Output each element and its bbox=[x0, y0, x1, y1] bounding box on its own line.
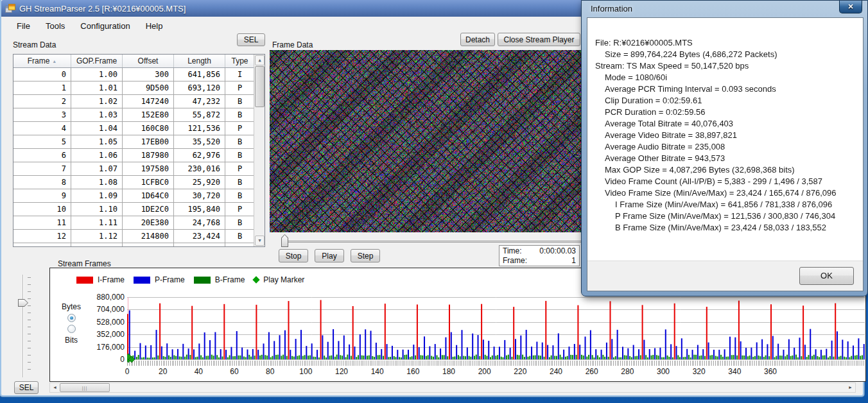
seek-slider-thumb[interactable] bbox=[281, 234, 288, 247]
stream-data-label: Stream Data bbox=[13, 40, 56, 49]
zoom-slider-tick bbox=[28, 327, 31, 327]
cell-length: 62,976 bbox=[174, 149, 225, 162]
cell-type: B bbox=[225, 149, 255, 162]
stop-button[interactable]: Stop bbox=[279, 249, 308, 262]
cell-gopframe: 1.09 bbox=[71, 189, 123, 202]
menu-item-configuration[interactable]: Configuration bbox=[74, 19, 136, 33]
cell-type: I bbox=[225, 68, 255, 81]
table-row[interactable]: 91.091D64C030,720B bbox=[13, 189, 265, 203]
step-button[interactable]: Step bbox=[351, 249, 380, 262]
play-button[interactable]: Play bbox=[315, 249, 344, 262]
cell-type: B bbox=[225, 176, 255, 189]
cell-offset: 1CFBC0 bbox=[123, 176, 174, 189]
frame-value: 1 bbox=[571, 256, 576, 266]
y-tick-label: 176,000 bbox=[77, 343, 125, 352]
time-frame-panel: Time: 0:00:00.03 Frame: 1 bbox=[499, 245, 580, 266]
table-row[interactable]: 51.0517EB0035,520B bbox=[13, 135, 265, 149]
cell-offset: 214800 bbox=[123, 230, 174, 243]
cell-offset: 147240 bbox=[123, 95, 174, 108]
column-header-length[interactable]: Length bbox=[174, 55, 225, 67]
cell-frame: 2 bbox=[13, 95, 71, 108]
column-header-frame[interactable]: Frame▲ bbox=[13, 55, 71, 67]
cell-length: 30,720 bbox=[174, 189, 225, 202]
table-row[interactable]: 121.1221480023,424B bbox=[13, 230, 265, 243]
table-row[interactable]: 21.0214724047,232B bbox=[13, 95, 265, 108]
cell-gopframe: 1.08 bbox=[71, 176, 123, 189]
legend-item-play-marker: Play Marker bbox=[254, 275, 304, 284]
menu-item-help[interactable]: Help bbox=[139, 19, 169, 33]
info-dialog-footer: OK bbox=[587, 261, 863, 291]
menu-item-file[interactable]: File bbox=[10, 19, 37, 33]
column-header-offset[interactable]: Offset bbox=[123, 55, 174, 67]
info-line: Mode = 1080/60i bbox=[587, 72, 863, 83]
desktop: GH StreamParser 2.5 [R:¥0216¥00005.MTS] … bbox=[0, 0, 868, 403]
info-line: Average Audio Bitrate = 235,008 bbox=[587, 141, 863, 153]
cell-frame: 11 bbox=[13, 216, 71, 229]
cell-gopframe: 1.11 bbox=[71, 216, 123, 229]
info-dialog: Information ✕ File: R:¥0216¥00005.MTSSiz… bbox=[581, 0, 868, 296]
cell-gopframe: 1.05 bbox=[71, 135, 123, 148]
info-line: Average Other Bitrate = 943,573 bbox=[587, 153, 863, 164]
cell-length: 693,120 bbox=[174, 81, 225, 94]
table-vscroll-thumb[interactable] bbox=[255, 66, 265, 107]
cell-length: 25,920 bbox=[174, 176, 225, 189]
cell-frame: 12 bbox=[13, 230, 71, 243]
chart-legend: I-FrameP-FrameB-FramePlay Marker bbox=[76, 275, 304, 284]
zoom-slider-tick bbox=[28, 313, 31, 313]
chart-hscroll-thumb[interactable]: ||| bbox=[60, 383, 110, 392]
column-header-gopframe[interactable]: GOP.Frame bbox=[71, 55, 123, 67]
info-line: Average Video Bitrate = 38,897,821 bbox=[587, 130, 863, 141]
table-header[interactable]: Frame▲GOP.FrameOffsetLengthType bbox=[13, 55, 265, 68]
table-row[interactable]: 81.081CFBC025,920B bbox=[13, 176, 265, 189]
cell-offset: 160C80 bbox=[123, 122, 174, 135]
bytes-radio[interactable] bbox=[67, 314, 76, 322]
table-row[interactable]: 01.00300641,856I bbox=[13, 68, 265, 81]
play-marker-icon bbox=[253, 276, 260, 283]
cell-offset: 21A980 bbox=[123, 243, 174, 247]
stream-frames-label: Stream Frames bbox=[58, 259, 111, 268]
zoom-slider[interactable] bbox=[22, 275, 24, 377]
chart-hscrollbar[interactable]: ◄ ||| ► bbox=[49, 382, 856, 393]
info-line: I Frame Size (Min/Ave/Max) = 641,856 / 7… bbox=[587, 199, 863, 210]
table-row[interactable]: 11.019D500693,120P bbox=[13, 81, 265, 95]
column-header-type[interactable]: Type bbox=[225, 55, 255, 67]
table-row[interactable]: 111.1120E38024,768B bbox=[13, 216, 265, 230]
legend-label: B-Frame bbox=[215, 275, 245, 284]
cell-length: 35,520 bbox=[174, 135, 225, 148]
table-row[interactable]: 131.1321A980200,640P bbox=[13, 243, 265, 247]
cell-type: P bbox=[225, 203, 255, 216]
scroll-left-icon[interactable]: ◄ bbox=[50, 383, 60, 392]
scroll-right-icon[interactable]: ► bbox=[846, 383, 855, 392]
menu-item-tools[interactable]: Tools bbox=[39, 19, 71, 33]
cell-length: 121,536 bbox=[174, 122, 225, 135]
close-stream-player-button[interactable]: Close Stream Player bbox=[498, 33, 580, 46]
cell-offset: 1D64C0 bbox=[123, 189, 174, 202]
cell-gopframe: 1.02 bbox=[71, 95, 123, 108]
cell-frame: 8 bbox=[13, 176, 71, 189]
bits-radio[interactable] bbox=[67, 325, 76, 333]
scroll-up-icon[interactable]: ▲ bbox=[255, 55, 265, 65]
app-icon bbox=[5, 4, 15, 13]
table-row[interactable]: 41.04160C80121,536P bbox=[13, 122, 265, 135]
ok-button[interactable]: OK bbox=[799, 267, 854, 285]
cell-offset: 152E80 bbox=[123, 108, 174, 121]
scroll-down-icon[interactable]: ▼ bbox=[255, 236, 265, 246]
table-body: 01.00300641,856I11.019D500693,120P21.021… bbox=[13, 68, 265, 247]
zoom-slider-thumb[interactable] bbox=[18, 299, 28, 307]
table-row[interactable]: 71.07197580230,016P bbox=[13, 162, 265, 176]
legend-label: P-Frame bbox=[155, 275, 185, 284]
cell-gopframe: 1.10 bbox=[71, 203, 123, 216]
close-icon[interactable]: ✕ bbox=[839, 1, 862, 13]
zoom-slider-tick bbox=[28, 341, 31, 341]
table-row[interactable]: 61.0618798062,976B bbox=[13, 149, 265, 162]
zoom-slider-tick bbox=[28, 348, 31, 348]
cell-frame: 7 bbox=[13, 162, 71, 175]
table-vscrollbar[interactable]: ▲ ▼ bbox=[254, 55, 265, 246]
cell-offset: 300 bbox=[123, 68, 174, 81]
detach-button[interactable]: Detach bbox=[460, 33, 495, 46]
stream-frames-sel-button[interactable]: SEL bbox=[14, 381, 39, 394]
table-row[interactable]: 31.03152E8055,872B bbox=[13, 108, 265, 122]
table-row[interactable]: 101.101DE2C0195,840P bbox=[13, 203, 265, 216]
cell-frame: 5 bbox=[13, 135, 71, 148]
stream-data-sel-button[interactable]: SEL bbox=[237, 33, 265, 46]
